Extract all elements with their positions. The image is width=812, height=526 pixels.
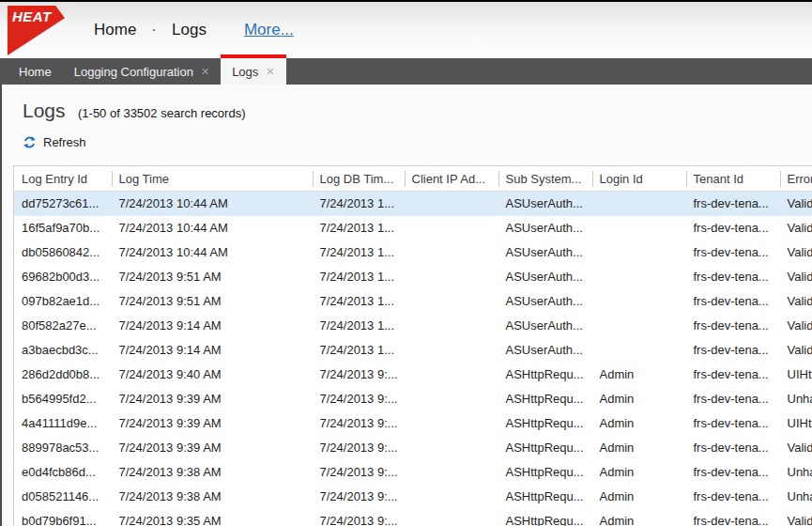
- table-cell: [592, 314, 686, 338]
- table-cell: ASUserAuth...: [498, 338, 592, 363]
- table-row[interactable]: 16f5af9a70b...7/24/2013 10:44 AM7/24/201…: [14, 216, 812, 240]
- nav-logs-link[interactable]: Logs: [172, 21, 207, 39]
- nav-separator: ·: [151, 21, 157, 39]
- table-cell: 7/24/2013 9:...: [313, 387, 405, 411]
- column-header-log-time[interactable]: Log Time: [112, 166, 313, 192]
- table-cell: 7/24/2013 9:39 AM: [112, 387, 313, 411]
- column-header-client-ip[interactable]: Client IP Ad...: [405, 166, 498, 192]
- table-cell: [405, 216, 498, 240]
- table-cell: ASUserAuth...: [498, 216, 592, 240]
- table-row[interactable]: dd75273c61...7/24/2013 10:44 AM7/24/2013…: [14, 192, 812, 216]
- table-cell: 7/24/2013 9:14 AM: [112, 314, 313, 338]
- table-cell: Unha: [780, 485, 812, 509]
- table-cell: 7/24/2013 9:...: [313, 363, 405, 387]
- table-cell: Valid: [780, 192, 812, 216]
- table-cell: [405, 192, 498, 216]
- close-icon[interactable]: ✕: [201, 67, 209, 77]
- table-row[interactable]: d058521146...7/24/2013 9:38 AM7/24/2013 …: [14, 485, 812, 509]
- table-cell: Valid: [780, 509, 812, 526]
- table-cell: ASHttpRequ...: [498, 460, 592, 485]
- table-cell: frs-dev-tena...: [686, 387, 780, 411]
- table-row[interactable]: e0d4fcb86d...7/24/2013 9:38 AM7/24/2013 …: [14, 460, 812, 485]
- table-cell: d058521146...: [14, 485, 112, 509]
- table-cell: ASHttpRequ...: [498, 509, 592, 526]
- table-cell: 7/24/2013 9:35 AM: [112, 509, 313, 526]
- table-cell: UIHtt: [780, 411, 812, 436]
- table-cell: [405, 387, 498, 411]
- table-cell: Admin: [592, 485, 686, 509]
- tab-logging-configuration[interactable]: Logging Configuration ✕: [63, 58, 221, 85]
- table-cell: 7/24/2013 1...: [313, 314, 405, 338]
- table-row[interactable]: 80f582a27e...7/24/2013 9:14 AM7/24/2013 …: [14, 314, 812, 338]
- column-header-tenant-id[interactable]: Tenant Id: [686, 166, 780, 192]
- table-cell: [592, 240, 686, 265]
- table-cell: Admin: [592, 363, 686, 387]
- close-icon[interactable]: ✕: [266, 67, 274, 77]
- column-header-error[interactable]: Error: [780, 166, 812, 192]
- table-cell: Admin: [592, 460, 686, 485]
- table-cell: ASUserAuth...: [498, 265, 592, 289]
- table-cell: ASUserAuth...: [498, 240, 592, 265]
- refresh-icon: [23, 135, 37, 149]
- refresh-button[interactable]: Refresh: [23, 135, 86, 149]
- table-cell: b0d79b6f91...: [14, 509, 112, 526]
- table-row[interactable]: 097b82ae1d...7/24/2013 9:51 AM7/24/2013 …: [14, 289, 812, 314]
- table-body: dd75273c61...7/24/2013 10:44 AM7/24/2013…: [14, 192, 812, 526]
- table-cell: Admin: [592, 509, 686, 526]
- table-cell: Valid: [780, 436, 812, 460]
- table-cell: frs-dev-tena...: [686, 216, 780, 240]
- table-row[interactable]: 69682b00d3...7/24/2013 9:51 AM7/24/2013 …: [14, 265, 812, 289]
- table-cell: Valid: [780, 240, 812, 265]
- table-cell: frs-dev-tena...: [686, 460, 780, 485]
- table-cell: 7/24/2013 9:14 AM: [112, 338, 313, 363]
- table-cell: 7/24/2013 9:...: [313, 436, 405, 460]
- tab-label: Logs: [232, 65, 258, 79]
- column-header-login-id[interactable]: Login Id: [592, 166, 686, 192]
- table-cell: ASHttpRequ...: [498, 485, 592, 509]
- page-content: Logs (1-50 of 33502 search records) Refr…: [0, 85, 812, 526]
- table-cell: 286d2dd0b8...: [14, 363, 112, 387]
- table-cell: UIHtt: [780, 363, 812, 387]
- table-cell: [592, 192, 686, 216]
- table-cell: 7/24/2013 1...: [313, 338, 405, 363]
- table-cell: 16f5af9a70b...: [14, 216, 112, 240]
- table-cell: 889978ac53...: [14, 436, 112, 460]
- table-cell: ASHttpRequ...: [498, 436, 592, 460]
- table-row[interactable]: b0d79b6f91...7/24/2013 9:35 AM7/24/2013 …: [14, 509, 812, 526]
- tab-logs[interactable]: Logs ✕: [221, 58, 285, 85]
- table-cell: 7/24/2013 9:39 AM: [112, 411, 313, 436]
- table-cell: frs-dev-tena...: [686, 338, 780, 363]
- table-cell: 7/24/2013 10:44 AM: [112, 240, 313, 265]
- table-cell: ASUserAuth...: [498, 289, 592, 314]
- table-cell: frs-dev-tena...: [686, 192, 780, 216]
- table-cell: ASHttpRequ...: [498, 387, 592, 411]
- table-cell: [405, 509, 498, 526]
- table-cell: [405, 289, 498, 314]
- table-row[interactable]: db05860842...7/24/2013 10:44 AM7/24/2013…: [14, 240, 812, 265]
- column-header-log-entry-id[interactable]: Log Entry Id: [14, 166, 112, 192]
- table-cell: 7/24/2013 1...: [313, 265, 405, 289]
- more-link[interactable]: More...: [244, 21, 294, 39]
- column-header-log-db-time[interactable]: Log DB Tim...: [313, 166, 405, 192]
- tab-bar: Home Logging Configuration ✕ Logs ✕: [0, 58, 812, 85]
- table-cell: [405, 338, 498, 363]
- table-cell: ASUserAuth...: [498, 192, 592, 216]
- table-row[interactable]: 889978ac53...7/24/2013 9:39 AM7/24/2013 …: [14, 436, 812, 460]
- table-cell: 7/24/2013 1...: [313, 240, 405, 265]
- table-row[interactable]: a3baecbd3c...7/24/2013 9:14 AM7/24/2013 …: [14, 338, 812, 363]
- table-cell: 7/24/2013 10:44 AM: [112, 192, 313, 216]
- table-cell: [405, 314, 498, 338]
- tab-label: Home: [19, 65, 52, 79]
- table-row[interactable]: b564995fd2...7/24/2013 9:39 AM7/24/2013 …: [14, 387, 812, 411]
- nav-home-link[interactable]: Home: [94, 21, 136, 39]
- table-row[interactable]: 4a41111d9e...7/24/2013 9:39 AM7/24/2013 …: [14, 411, 812, 436]
- table-cell: frs-dev-tena...: [686, 314, 780, 338]
- table-cell: 7/24/2013 9:51 AM: [112, 265, 313, 289]
- table-cell: 7/24/2013 9:51 AM: [112, 289, 313, 314]
- table-cell: db05860842...: [14, 240, 112, 265]
- logs-table-wrap: Log Entry Id Log Time Log DB Tim... Clie…: [13, 165, 812, 526]
- tab-home[interactable]: Home: [8, 58, 63, 85]
- table-cell: Valid: [780, 216, 812, 240]
- column-header-sub-system[interactable]: Sub System...: [498, 166, 592, 192]
- table-row[interactable]: 286d2dd0b8...7/24/2013 9:40 AM7/24/2013 …: [14, 363, 812, 387]
